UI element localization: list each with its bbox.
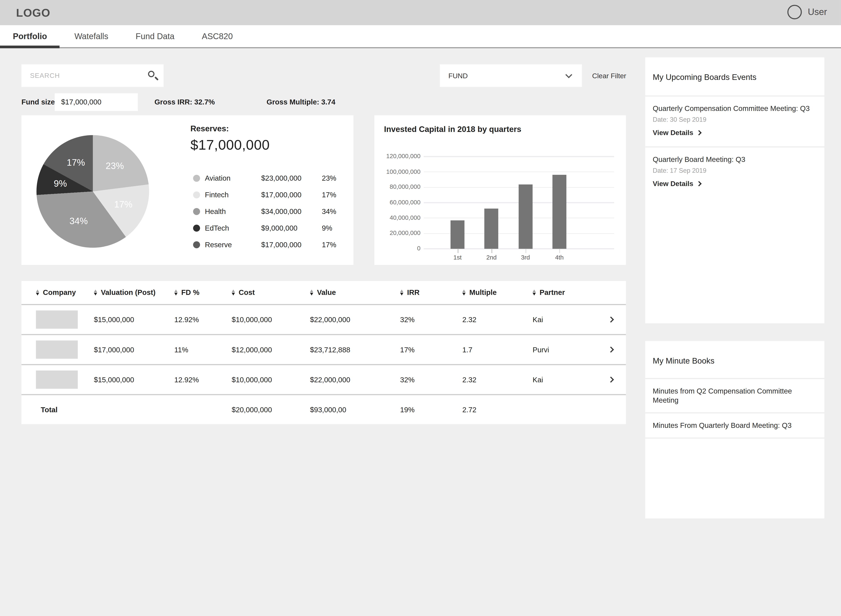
column-header-value[interactable]: Value bbox=[310, 289, 400, 296]
tab-asc820[interactable]: ASC820 bbox=[202, 31, 233, 41]
chevron-down-icon bbox=[565, 71, 572, 78]
cell-irr: 32% bbox=[400, 315, 462, 324]
search-icon[interactable] bbox=[148, 71, 154, 77]
sort-up-arrow bbox=[94, 289, 97, 292]
fund-size-input[interactable] bbox=[55, 93, 138, 111]
row-details-chevron-icon[interactable] bbox=[608, 346, 614, 352]
cell-irr: 32% bbox=[400, 375, 462, 384]
x-axis-tick bbox=[492, 249, 492, 253]
table-row[interactable]: $17,000,00011%$12,000,000$23,712,88817%1… bbox=[21, 335, 626, 365]
reserves-card: 23%17%34%9%17% Reserves: $17,000,000 Avi… bbox=[21, 115, 354, 265]
event-title: Quarterly Compensation Committee Meeting… bbox=[653, 104, 817, 113]
view-details-link[interactable]: View Details bbox=[653, 129, 701, 137]
total-multiple: 2.72 bbox=[462, 406, 533, 414]
app-logo: LOGO bbox=[16, 6, 50, 19]
events-card-title: My Upcoming Boards Events bbox=[653, 72, 756, 82]
tab-fund-data[interactable]: Fund Data bbox=[136, 31, 175, 41]
column-header-label: FD % bbox=[181, 289, 200, 296]
cell-cost: $10,000,000 bbox=[232, 315, 310, 324]
pie-slice-label-aviation: 23% bbox=[106, 161, 124, 172]
minute-books-card: My Minute Books Minutes from Q2 Compensa… bbox=[645, 341, 825, 519]
y-axis-tick-label: 80,000,000 bbox=[370, 183, 421, 190]
cell-multiple: 2.32 bbox=[462, 315, 533, 324]
legend-item-health: Health$34,000,00034% bbox=[191, 203, 345, 220]
legend-dot-icon bbox=[193, 191, 200, 198]
bar-2nd bbox=[484, 209, 498, 249]
legend-percent: 9% bbox=[322, 224, 345, 232]
view-details-link[interactable]: View Details bbox=[653, 180, 701, 188]
fund-dropdown-value: FUND bbox=[448, 72, 468, 80]
row-details-chevron-icon[interactable] bbox=[608, 377, 614, 383]
column-header-multiple[interactable]: Multiple bbox=[462, 289, 533, 296]
user-menu[interactable]: User bbox=[788, 5, 827, 19]
event-title: Quarterly Board Meeting: Q3 bbox=[653, 155, 817, 164]
legend-dot-icon bbox=[193, 175, 200, 182]
table-total-row: Total$20,000,000$93,000,0019%2.72 bbox=[21, 395, 626, 424]
list-divider bbox=[645, 437, 825, 439]
chevron-right-icon bbox=[696, 130, 701, 135]
tab-portfolio[interactable]: Portfolio bbox=[13, 31, 47, 41]
cell-cost: $12,000,000 bbox=[232, 346, 310, 354]
pie-slice-label-reserve: 17% bbox=[67, 157, 85, 169]
legend-label: EdTech bbox=[205, 224, 261, 232]
x-axis-tick-label: 1st bbox=[444, 254, 471, 261]
column-header-valuation-post-[interactable]: Valuation (Post) bbox=[94, 289, 174, 296]
legend-item-fintech: Fintech$17,000,00017% bbox=[191, 187, 345, 203]
invested-capital-bar-chart: 020,000,00040,000,00060,000,00080,000,00… bbox=[424, 157, 614, 249]
legend-dot-icon bbox=[193, 225, 200, 232]
legend-percent: 17% bbox=[322, 241, 345, 249]
search-input[interactable] bbox=[21, 64, 164, 87]
sort-up-arrow bbox=[310, 289, 313, 292]
legend-amount: $17,000,000 bbox=[261, 241, 322, 249]
cell-fd: 12.92% bbox=[174, 375, 232, 384]
pie-slice-label-fintech: 17% bbox=[114, 199, 132, 210]
event-item: Quarterly Compensation Committee Meeting… bbox=[645, 95, 825, 147]
table-row[interactable]: $15,000,00012.92%$10,000,000$22,000,0003… bbox=[21, 365, 626, 395]
sort-icon bbox=[94, 289, 97, 296]
pie-slice-label-edtech: 9% bbox=[54, 179, 67, 189]
y-axis-tick-label: 100,000,000 bbox=[370, 168, 421, 175]
cell-value: $22,000,000 bbox=[310, 375, 400, 384]
active-tab-underline bbox=[0, 45, 60, 48]
cell-irr: 17% bbox=[400, 346, 462, 354]
portfolio-dashboard: LOGO User PortfolioWatefallsFund DataASC… bbox=[0, 0, 841, 616]
column-header-label: Value bbox=[317, 289, 336, 296]
sort-up-arrow bbox=[174, 289, 178, 292]
cell-partner: Kai bbox=[533, 315, 603, 324]
tab-watefalls[interactable]: Watefalls bbox=[74, 31, 108, 41]
column-header-fd-[interactable]: FD % bbox=[174, 289, 232, 296]
column-header-irr[interactable]: IRR bbox=[400, 289, 462, 296]
minute-book-item[interactable]: Minutes From Quarterly Board Meeting: Q3 bbox=[645, 412, 825, 437]
user-avatar-icon bbox=[788, 5, 802, 19]
event-date: Date: 17 Sep 2019 bbox=[653, 167, 817, 174]
column-header-cost[interactable]: Cost bbox=[232, 289, 310, 296]
user-label: User bbox=[808, 7, 827, 18]
x-axis-tick bbox=[458, 249, 458, 253]
y-axis-tick-label: 20,000,000 bbox=[370, 230, 421, 236]
y-axis-tick-label: 0 bbox=[370, 245, 421, 251]
column-header-label: IRR bbox=[407, 289, 420, 296]
pie-legend: Aviation$23,000,00023%Fintech$17,000,000… bbox=[191, 170, 345, 253]
column-header-partner[interactable]: Partner bbox=[533, 289, 603, 296]
total-cost: $20,000,000 bbox=[232, 406, 310, 414]
column-header-label: Multiple bbox=[469, 289, 496, 296]
pie-slice-label-health: 34% bbox=[69, 216, 88, 227]
column-header-label: Cost bbox=[239, 289, 255, 296]
cell-partner: Kai bbox=[533, 375, 603, 384]
bar-1st bbox=[451, 220, 464, 249]
bar-4th bbox=[552, 175, 567, 249]
x-axis-tick-label: 3rd bbox=[512, 254, 539, 261]
table-row[interactable]: $15,000,00012.92%$10,000,000$22,000,0003… bbox=[21, 305, 626, 335]
row-details-chevron-icon[interactable] bbox=[608, 317, 614, 323]
fund-dropdown[interactable]: FUND bbox=[440, 64, 582, 87]
column-header-company[interactable]: Company bbox=[36, 289, 94, 296]
gross-irr-stat: Gross IRR: 32.7% bbox=[154, 98, 215, 106]
legend-label: Health bbox=[205, 207, 261, 216]
minute-book-item[interactable]: Minutes from Q2 Compensation Committee M… bbox=[645, 378, 825, 412]
sort-icon bbox=[462, 289, 465, 296]
clear-filter-button[interactable]: Clear Filter bbox=[592, 72, 626, 80]
x-axis-tick-label: 4th bbox=[546, 254, 573, 261]
sort-icon bbox=[174, 289, 178, 296]
sort-up-arrow bbox=[232, 289, 235, 292]
upcoming-events-card: My Upcoming Boards Events Quarterly Comp… bbox=[645, 57, 825, 323]
